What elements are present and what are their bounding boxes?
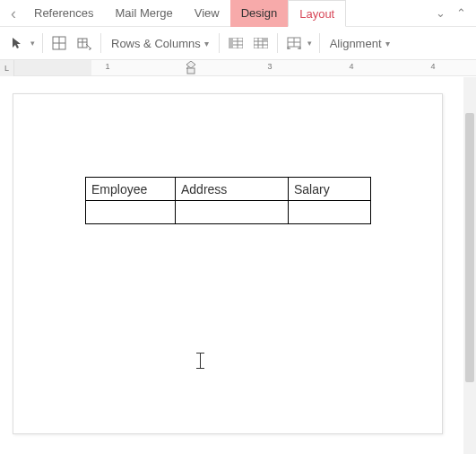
select-tool-caret-icon[interactable]: ▾ bbox=[30, 39, 38, 48]
ruler-number: 3 bbox=[267, 62, 272, 71]
view-gridlines-button[interactable] bbox=[48, 31, 71, 55]
svg-rect-21 bbox=[187, 68, 195, 74]
ruler-indent-marker[interactable] bbox=[185, 61, 197, 75]
table-row[interactable] bbox=[86, 201, 371, 224]
svg-marker-20 bbox=[186, 61, 195, 68]
toolbar-separator bbox=[319, 33, 320, 53]
ruler-number: 4 bbox=[430, 62, 435, 71]
split-cells-button[interactable] bbox=[249, 31, 273, 55]
text-cursor-icon bbox=[195, 353, 207, 369]
autofit-button[interactable] bbox=[282, 31, 306, 55]
ribbon-tab-bar: ‹ References Mail Merge View Design Layo… bbox=[0, 0, 476, 27]
table-layout-toolbar: ▾ Rows & Columns ▾ bbox=[0, 27, 476, 60]
table-cell[interactable]: Address bbox=[176, 178, 289, 201]
tab-mail-merge[interactable]: Mail Merge bbox=[104, 0, 183, 27]
ribbon-back-button[interactable]: ‹ bbox=[4, 0, 23, 27]
scrollbar-thumb[interactable] bbox=[465, 113, 474, 382]
ruler-corner: L bbox=[0, 60, 14, 76]
properties-button[interactable] bbox=[73, 31, 96, 55]
tab-layout[interactable]: Layout bbox=[288, 0, 346, 27]
ruler-scale[interactable]: 1 2 3 4 4 bbox=[14, 60, 476, 75]
alignment-label: Alignment bbox=[330, 37, 382, 50]
rows-columns-dropdown[interactable]: Rows & Columns ▾ bbox=[106, 31, 214, 55]
table-cell[interactable] bbox=[176, 201, 289, 224]
toolbar-separator bbox=[219, 33, 220, 53]
tab-view[interactable]: View bbox=[184, 0, 230, 27]
svg-rect-16 bbox=[263, 38, 268, 41]
ribbon-down-icon[interactable]: ⌄ bbox=[433, 6, 448, 20]
rows-columns-label: Rows & Columns bbox=[111, 37, 201, 50]
table-cell[interactable] bbox=[289, 201, 371, 224]
autofit-caret-icon[interactable]: ▾ bbox=[307, 39, 315, 48]
chevron-down-icon: ▾ bbox=[204, 39, 209, 48]
table-cell[interactable]: Salary bbox=[289, 178, 371, 201]
document-scroll-area[interactable]: Employee Address Salary bbox=[0, 77, 462, 454]
ruler-number: 1 bbox=[105, 62, 109, 71]
ribbon-collapse-icon[interactable]: ⌃ bbox=[454, 6, 469, 20]
toolbar-separator bbox=[42, 33, 43, 53]
ruler-number: 4 bbox=[349, 62, 353, 71]
select-tool-button[interactable] bbox=[5, 31, 29, 55]
document-workspace: Employee Address Salary bbox=[0, 77, 476, 454]
vertical-scrollbar[interactable] bbox=[463, 77, 476, 454]
svg-rect-7 bbox=[229, 38, 233, 48]
document-page[interactable]: Employee Address Salary bbox=[13, 93, 443, 434]
tab-references[interactable]: References bbox=[23, 0, 104, 27]
table-row[interactable]: Employee Address Salary bbox=[86, 178, 371, 201]
table-cell[interactable] bbox=[86, 201, 176, 224]
horizontal-ruler: L 1 2 3 4 4 bbox=[0, 60, 476, 76]
table-cell[interactable]: Employee bbox=[86, 178, 176, 201]
alignment-dropdown[interactable]: Alignment ▾ bbox=[325, 31, 395, 55]
toolbar-separator bbox=[277, 33, 278, 53]
toolbar-separator bbox=[100, 33, 101, 53]
chevron-down-icon: ▾ bbox=[385, 39, 390, 48]
document-table[interactable]: Employee Address Salary bbox=[85, 177, 371, 224]
tab-design[interactable]: Design bbox=[230, 0, 288, 27]
merge-cells-button[interactable] bbox=[224, 31, 247, 55]
